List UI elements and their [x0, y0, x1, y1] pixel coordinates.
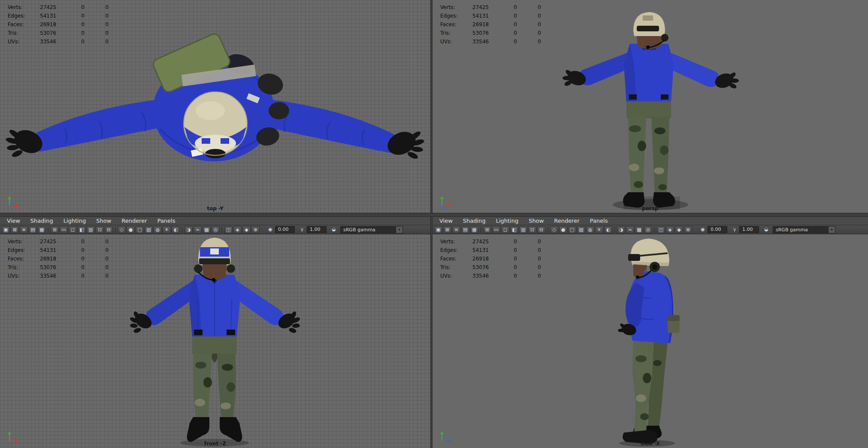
menu-shading[interactable]: Shading: [458, 217, 491, 225]
hud-stat-zero: 0: [85, 3, 109, 12]
bookmark-icon[interactable]: ▤: [29, 226, 37, 233]
menu-view[interactable]: View: [2, 217, 25, 225]
exposure-field[interactable]: 0.00: [708, 226, 727, 233]
menu-renderer[interactable]: Renderer: [549, 217, 584, 225]
lock-camera-icon[interactable]: ⊠: [443, 226, 451, 233]
xray-icon[interactable]: ◈: [666, 226, 674, 233]
isolate-select-icon[interactable]: ◫: [224, 226, 233, 233]
exposure-icon[interactable]: ◉: [699, 226, 707, 233]
hud-stat-value: 27425: [472, 237, 488, 246]
safe-action-icon[interactable]: ⊡: [528, 226, 536, 233]
grid-toggle-icon[interactable]: ⊞: [51, 226, 59, 233]
menu-lighting[interactable]: Lighting: [58, 217, 91, 225]
poly-count-hud: Verts: 27425 0 0 Edges: 54131 0 0 Faces:…: [440, 237, 541, 280]
lighting-icon[interactable]: ☀: [163, 226, 171, 233]
lock-camera-icon[interactable]: ⊠: [11, 226, 19, 233]
menu-shading[interactable]: Shading: [25, 217, 58, 225]
chevron-down-icon[interactable]: ▾: [828, 227, 835, 233]
gate-mask-icon[interactable]: ◧: [78, 226, 86, 233]
wireframe-icon[interactable]: ◇: [118, 226, 126, 233]
view-transform-icon[interactable]: ◒: [762, 226, 770, 233]
wireframe-on-shaded-icon[interactable]: ◆: [675, 226, 683, 233]
viewport-side[interactable]: ViewShadingLightingShowRendererPanels ▣⊠…: [432, 217, 868, 448]
wireframe-icon[interactable]: ◇: [550, 226, 558, 233]
bookmark-icon[interactable]: ▤: [461, 226, 469, 233]
image-plane-icon[interactable]: ▦: [38, 226, 46, 233]
use-default-material-icon[interactable]: ◍: [154, 226, 162, 233]
viewport-divider-horizontal[interactable]: [0, 213, 868, 217]
safe-action-icon[interactable]: ⊡: [96, 226, 104, 233]
viewport-canvas-front[interactable]: Verts: 27425 0 0 Edges: 54131 0 0 Faces:…: [0, 234, 430, 448]
use-default-material-icon[interactable]: ◍: [586, 226, 594, 233]
image-plane-icon[interactable]: ▦: [470, 226, 478, 233]
menu-panels[interactable]: Panels: [152, 217, 181, 225]
depth-of-field-icon[interactable]: ◎: [644, 226, 652, 233]
bounding-box-icon[interactable]: ▢: [568, 226, 576, 233]
bounding-box-icon[interactable]: ▢: [136, 226, 144, 233]
occlusion-icon[interactable]: ◑: [184, 226, 193, 233]
menu-panels[interactable]: Panels: [585, 217, 613, 225]
multisample-icon[interactable]: ▩: [635, 226, 643, 233]
textured-icon[interactable]: ▧: [577, 226, 585, 233]
resolution-gate-icon[interactable]: ◻: [501, 226, 509, 233]
multisample-icon[interactable]: ▩: [203, 226, 211, 233]
safe-title-icon[interactable]: ⊟: [537, 226, 545, 233]
toolbar-separator: [48, 227, 48, 233]
hud-stat-value: 26918: [40, 254, 55, 263]
grid-toggle-icon[interactable]: ⊞: [483, 226, 491, 233]
menu-view[interactable]: View: [434, 217, 458, 225]
plugin-shapes-icon[interactable]: ⊕: [684, 226, 692, 233]
field-chart-icon[interactable]: ▥: [87, 226, 95, 233]
viewport-persp[interactable]: Verts: 27425 0 0 Edges: 54131 0 0 Faces:…: [432, 0, 868, 213]
safe-title-icon[interactable]: ⊟: [105, 226, 113, 233]
textured-icon[interactable]: ▧: [145, 226, 153, 233]
field-chart-icon[interactable]: ▥: [519, 226, 527, 233]
viewport-canvas-persp[interactable]: Verts: 27425 0 0 Edges: 54131 0 0 Faces:…: [432, 0, 868, 213]
chevron-down-icon[interactable]: ▾: [396, 227, 402, 233]
viewport-canvas-side[interactable]: Verts: 27425 0 0 Edges: 54131 0 0 Faces:…: [432, 234, 868, 448]
depth-of-field-icon[interactable]: ◎: [212, 226, 220, 233]
exposure-icon[interactable]: ◉: [266, 226, 274, 233]
hud-stat-zero: 0: [55, 263, 85, 272]
motion-blur-icon[interactable]: ≈: [194, 226, 202, 233]
viewport-canvas-top[interactable]: Verts: 27425 0 0 Edges: 54131 0 0 Faces:…: [0, 0, 430, 213]
poly-count-hud: Verts: 27425 0 0 Edges: 54131 0 0 Faces:…: [8, 3, 109, 46]
plugin-shapes-icon[interactable]: ⊕: [251, 226, 260, 233]
hud-stat-label: Verts:: [8, 237, 40, 246]
gamma-field[interactable]: 1.00: [307, 226, 327, 233]
view-transform-dropdown[interactable]: sRGB gamma ▾: [773, 226, 835, 233]
shadows-icon[interactable]: ◐: [604, 226, 612, 233]
menu-renderer[interactable]: Renderer: [116, 217, 152, 225]
film-gate-icon[interactable]: ▭: [60, 226, 68, 233]
film-gate-icon[interactable]: ▭: [492, 226, 500, 233]
wireframe-on-shaded-icon[interactable]: ◆: [242, 226, 251, 233]
menu-lighting[interactable]: Lighting: [491, 217, 524, 225]
lighting-icon[interactable]: ☀: [595, 226, 603, 233]
camera-attributes-icon[interactable]: ≡: [20, 226, 28, 233]
menu-show[interactable]: Show: [523, 217, 549, 225]
viewport-front[interactable]: ViewShadingLightingShowRendererPanels ▣⊠…: [0, 217, 430, 448]
menu-show[interactable]: Show: [91, 217, 116, 225]
view-transform-icon[interactable]: ◒: [330, 226, 338, 233]
smooth-shade-icon[interactable]: ●: [559, 226, 567, 233]
gamma-field[interactable]: 1.00: [739, 226, 759, 233]
xray-icon[interactable]: ◈: [233, 226, 242, 233]
viewport-top[interactable]: Verts: 27425 0 0 Edges: 54131 0 0 Faces:…: [0, 0, 430, 213]
isolate-select-icon[interactable]: ◫: [657, 226, 665, 233]
motion-blur-icon[interactable]: ≈: [626, 226, 634, 233]
gate-mask-icon[interactable]: ◧: [510, 226, 518, 233]
occlusion-icon[interactable]: ◑: [617, 226, 625, 233]
smooth-shade-icon[interactable]: ●: [127, 226, 135, 233]
resolution-gate-icon[interactable]: ◻: [69, 226, 77, 233]
gamma-icon[interactable]: γ: [298, 226, 306, 233]
shadows-icon[interactable]: ◐: [172, 226, 180, 233]
camera-attributes-icon[interactable]: ≡: [452, 226, 460, 233]
select-camera-icon[interactable]: ▣: [434, 226, 442, 233]
select-camera-icon[interactable]: ▣: [2, 226, 10, 233]
gamma-icon[interactable]: γ: [731, 226, 738, 233]
hud-stat-zero: 0: [55, 37, 85, 46]
hud-stat-zero: 0: [517, 20, 541, 29]
view-transform-dropdown[interactable]: sRGB gamma ▾: [340, 226, 403, 233]
exposure-field[interactable]: 0.00: [275, 226, 295, 233]
viewport-divider-vertical[interactable]: [430, 0, 432, 448]
